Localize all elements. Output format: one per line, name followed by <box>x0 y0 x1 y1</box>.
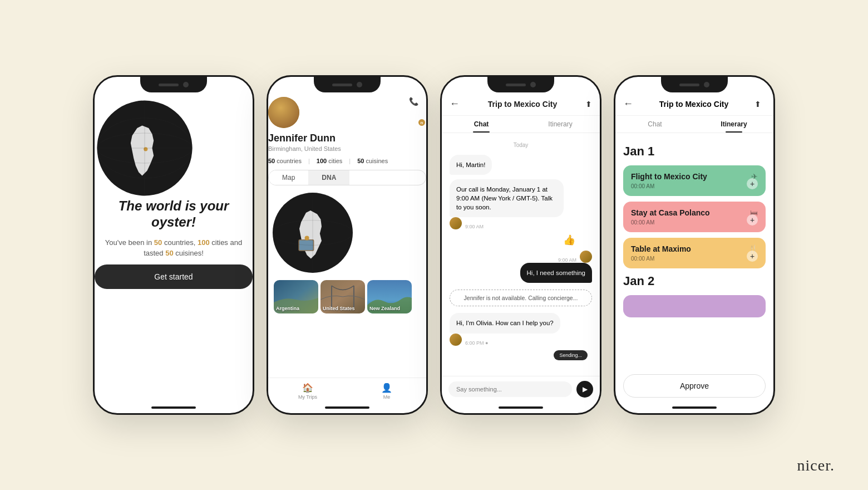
dest-label-nz: New Zealand <box>369 306 400 311</box>
profile-avatar-container: n <box>268 97 426 128</box>
nav-trips-label: My Trips <box>298 394 317 400</box>
phone-2: 📞 n Jennifer Dunn Birmingham, United Sta… <box>267 75 428 415</box>
welcome-text-block: The world is your oyster! You've been in… <box>95 198 253 259</box>
msg-need: Hi, I need something <box>520 263 592 283</box>
phone-1-home <box>151 406 196 409</box>
msg-olivia: Hi, I'm Olivia. How can I help you? <box>450 313 560 333</box>
map-dna-tabs: Map DNA <box>268 170 426 185</box>
notification-badge: n <box>417 118 426 127</box>
stat-cities: 100 cities <box>317 158 342 164</box>
camera-2 <box>357 82 362 87</box>
profile-name: Jennifer Dunn <box>268 133 426 144</box>
jan2-card <box>623 295 766 317</box>
tab-chat-4[interactable]: Chat <box>615 116 694 133</box>
restaurant-title: Table at Maximo <box>631 244 758 253</box>
tab-itinerary-4[interactable]: Itinerary <box>694 116 773 133</box>
hotel-add-btn[interactable]: + <box>747 214 758 226</box>
phone-3-notch <box>487 77 554 92</box>
phone-2-notch <box>314 77 381 92</box>
dest-photo-us: United States <box>320 280 365 313</box>
day2-heading: Jan 2 <box>623 274 766 288</box>
msg-avatar-1 <box>450 217 462 229</box>
sending-badge: Sending... <box>554 350 588 360</box>
phone-4: ← Trip to Mexico City ⬆ Chat Itinerary J… <box>614 75 775 415</box>
phone-1-notch <box>140 77 207 92</box>
back-button-4[interactable]: ← <box>623 98 633 110</box>
svg-point-1 <box>144 147 147 151</box>
chat-input-area: ▶ <box>442 376 600 402</box>
msg-call: Our call is Monday, January 1 at 9:00 AM… <box>450 179 564 217</box>
itinerary-content: Jan 1 Flight to Mexico City 00:00 AM ✈ +… <box>615 133 773 330</box>
chat-header: ← Trip to Mexico City ⬆ <box>442 92 600 116</box>
itinerary-tabs: Chat Itinerary <box>615 116 773 133</box>
speaker-4 <box>679 84 699 86</box>
chat-input[interactable] <box>448 381 572 397</box>
tab-dna[interactable]: DNA <box>308 170 349 185</box>
dest-label-argentina: Argentina <box>276 306 299 311</box>
tab-chat[interactable]: Chat <box>442 116 521 133</box>
flight-time: 00:00 AM <box>631 183 758 189</box>
emoji-reaction: 👍 <box>563 234 575 246</box>
date-divider: Today <box>450 142 592 148</box>
chat-title: Trip to Mexico City <box>460 100 585 109</box>
phone-4-notch <box>661 77 728 92</box>
chat-tabs: Chat Itinerary <box>442 116 600 133</box>
globe-2 <box>268 188 357 277</box>
itinerary-header: ← Trip to Mexico City ⬆ <box>615 92 773 116</box>
message-row-3: 9:00 AM Hi, I need something <box>450 251 592 283</box>
phone-2-screen: 📞 n Jennifer Dunn Birmingham, United Sta… <box>268 92 426 413</box>
share-button[interactable]: ⬆ <box>585 100 592 109</box>
send-button[interactable]: ▶ <box>576 381 593 398</box>
welcome-heading: The world is your oyster! <box>100 198 247 231</box>
msg-avatar-olivia <box>450 334 462 346</box>
profile-location: Birmingham, United States <box>268 145 426 152</box>
flight-title: Flight to Mexico City <box>631 172 758 181</box>
phone-4-screen: ← Trip to Mexico City ⬆ Chat Itinerary J… <box>615 92 773 413</box>
speaker-1 <box>159 84 179 86</box>
hotel-time: 00:00 AM <box>631 219 758 226</box>
globe-1 <box>95 98 195 198</box>
camera-3 <box>530 82 536 87</box>
message-row-1: Hi, Martin! <box>450 155 592 175</box>
flight-add-btn[interactable]: + <box>747 178 758 189</box>
speaker-2 <box>332 84 352 86</box>
approve-button[interactable]: Approve <box>623 374 766 398</box>
nav-trips[interactable]: 🏠 My Trips <box>268 383 347 400</box>
phone-4-home <box>672 406 717 409</box>
dest-photo-nz: New Zealand <box>367 280 412 313</box>
dest-photo-argentina: Argentina <box>274 280 318 313</box>
camera-1 <box>183 82 189 87</box>
hotel-card: Stay at Casa Polanco 00:00 AM 🛏 + <box>623 202 766 232</box>
chat-messages: Today Hi, Martin! Our call is Monday, Ja… <box>442 133 600 367</box>
phone-3: ← Trip to Mexico City ⬆ Chat Itinerary T… <box>440 75 601 415</box>
destination-photos: Argentina <box>268 280 426 313</box>
restaurant-card: Table at Maximo 00:00 AM 🍴 + <box>623 238 766 268</box>
brand-logo: nicer. <box>797 457 835 474</box>
concierge-notice: Jennifer is not available. Calling conci… <box>450 290 592 306</box>
message-row-olivia: Hi, I'm Olivia. How can I help you? 6:00… <box>450 313 592 345</box>
back-button[interactable]: ← <box>450 98 460 110</box>
stat-cuisines: 50 cuisines <box>357 158 388 164</box>
msg-avatar-sent <box>580 251 592 263</box>
bottom-nav: 🏠 My Trips 👤 Me <box>268 378 426 402</box>
nav-me-label: Me <box>383 394 391 400</box>
share-button-4[interactable]: ⬆ <box>754 100 761 109</box>
phones-container: The world is your oyster! You've been in… <box>93 75 775 415</box>
restaurant-add-btn[interactable]: + <box>747 251 758 262</box>
day1-heading: Jan 1 <box>623 144 766 159</box>
msg-time-sent: 9:00 AM <box>558 257 576 263</box>
phone-1-screen: The world is your oyster! You've been in… <box>95 92 253 413</box>
msg-hi-martin: Hi, Martin! <box>450 155 492 175</box>
svg-point-9 <box>305 236 309 241</box>
trips-icon: 🏠 <box>302 383 313 393</box>
tab-map[interactable]: Map <box>269 170 308 185</box>
flight-card: Flight to Mexico City 00:00 AM ✈ + <box>623 165 766 196</box>
itinerary-title: Trip to Mexico City <box>633 100 754 109</box>
get-started-button[interactable]: Get started <box>95 264 253 289</box>
phone-1: The world is your oyster! You've been in… <box>93 75 254 415</box>
tab-itinerary[interactable]: Itinerary <box>521 116 600 133</box>
phone-3-home <box>499 406 543 409</box>
message-row-2: Our call is Monday, January 1 at 9:00 AM… <box>450 179 592 229</box>
nav-me[interactable]: 👤 Me <box>347 383 426 400</box>
avatar-image <box>268 97 299 128</box>
